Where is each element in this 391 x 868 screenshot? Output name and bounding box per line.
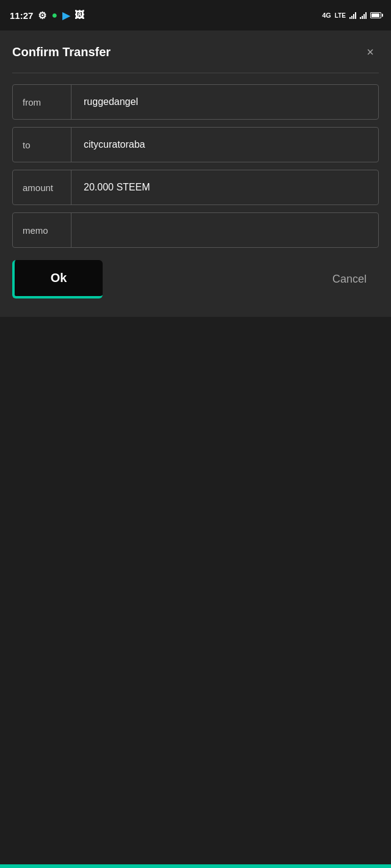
network-type: 4G bbox=[322, 12, 331, 19]
field-divider bbox=[71, 85, 71, 119]
from-label: from bbox=[13, 97, 71, 107]
gallery-icon: 🖼 bbox=[75, 10, 84, 21]
amount-field-row: amount 20.000 STEEM bbox=[12, 170, 379, 205]
from-field-row: from ruggedangel bbox=[12, 84, 379, 120]
whatsapp-icon: ● bbox=[51, 10, 57, 21]
header-divider bbox=[12, 73, 379, 73]
ok-button[interactable]: Ok bbox=[12, 260, 103, 298]
dialog-header: Confirm Transfer × bbox=[12, 43, 379, 62]
signal-bars-icon bbox=[349, 12, 356, 19]
field-divider bbox=[71, 213, 71, 247]
from-value: ruggedangel bbox=[79, 87, 378, 117]
confirm-transfer-dialog: Confirm Transfer × from ruggedangel to c… bbox=[0, 31, 391, 317]
memo-label: memo bbox=[13, 225, 71, 236]
teal-accent-bar bbox=[0, 864, 391, 868]
battery-icon bbox=[370, 12, 381, 18]
telegram-icon: ▶ bbox=[62, 10, 70, 21]
settings-icon: ⚙ bbox=[38, 10, 46, 21]
screen: Confirm Transfer × from ruggedangel to c… bbox=[0, 31, 391, 868]
wifi-bars-icon bbox=[360, 12, 367, 19]
close-button[interactable]: × bbox=[362, 43, 379, 62]
to-label: to bbox=[13, 140, 71, 150]
memo-field-row: memo bbox=[12, 212, 379, 248]
amount-label: amount bbox=[13, 183, 71, 193]
lte-icon: LTE bbox=[335, 12, 346, 19]
amount-value: 20.000 STEEM bbox=[79, 172, 378, 203]
status-bar: 11:27 ⚙ ● ▶ 🖼 4G LTE bbox=[0, 0, 391, 31]
field-divider bbox=[71, 128, 71, 162]
field-divider bbox=[71, 170, 71, 204]
dialog-title: Confirm Transfer bbox=[12, 45, 111, 59]
to-field-row: to citycuratoraba bbox=[12, 127, 379, 162]
dialog-actions: Ok Cancel bbox=[12, 260, 379, 298]
to-value: citycuratoraba bbox=[79, 129, 378, 160]
memo-value bbox=[79, 220, 378, 240]
status-time: 11:27 bbox=[10, 10, 33, 21]
cancel-button[interactable]: Cancel bbox=[320, 262, 379, 297]
status-indicators: 4G LTE bbox=[322, 12, 381, 19]
